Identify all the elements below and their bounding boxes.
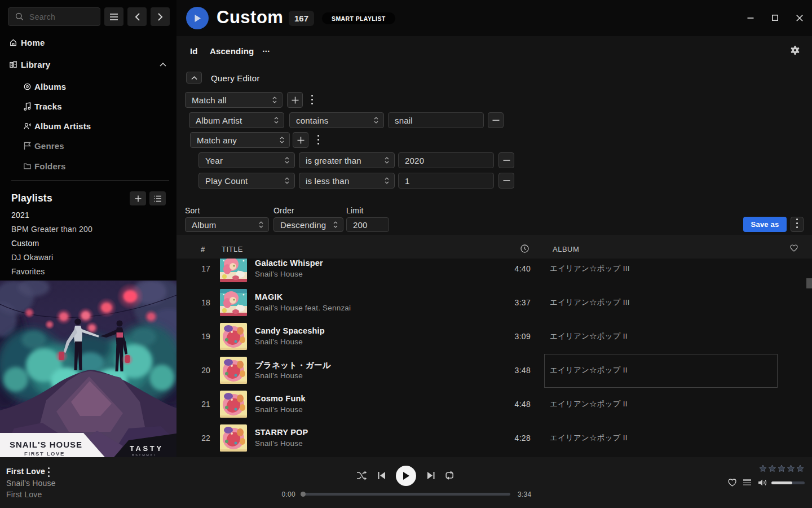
- svg-text:FIRST LOVE: FIRST LOVE: [24, 450, 65, 457]
- svg-text:TASTY: TASTY: [130, 444, 164, 453]
- svg-text:SNAIL'S HOUSE: SNAIL'S HOUSE: [10, 440, 82, 449]
- svg-text:BSTMMXI: BSTMMXI: [132, 453, 156, 457]
